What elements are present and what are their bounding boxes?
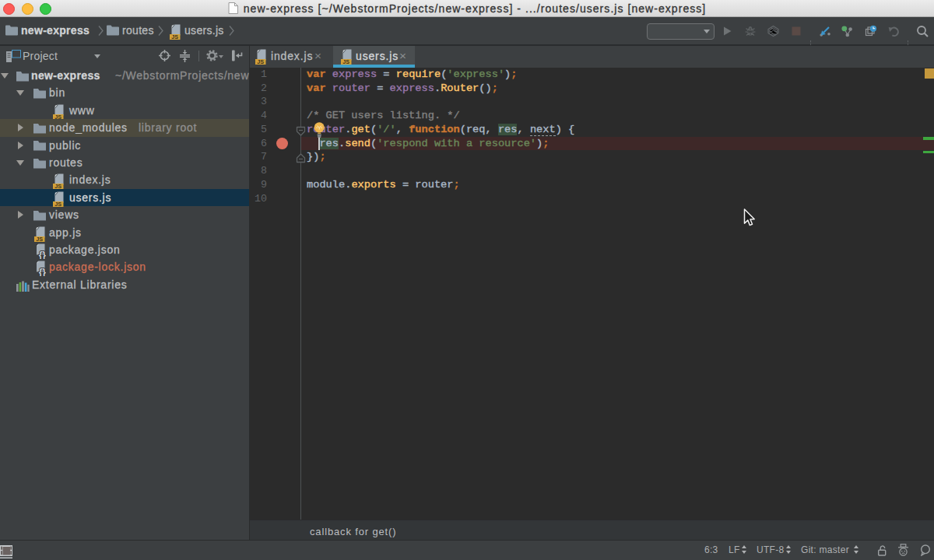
svg-text:JS: JS xyxy=(171,33,178,40)
svg-text:{}: {} xyxy=(39,267,47,276)
svg-text:JS: JS xyxy=(257,58,264,65)
svg-text:JS: JS xyxy=(342,58,349,65)
svg-text:{}: {} xyxy=(39,250,47,259)
